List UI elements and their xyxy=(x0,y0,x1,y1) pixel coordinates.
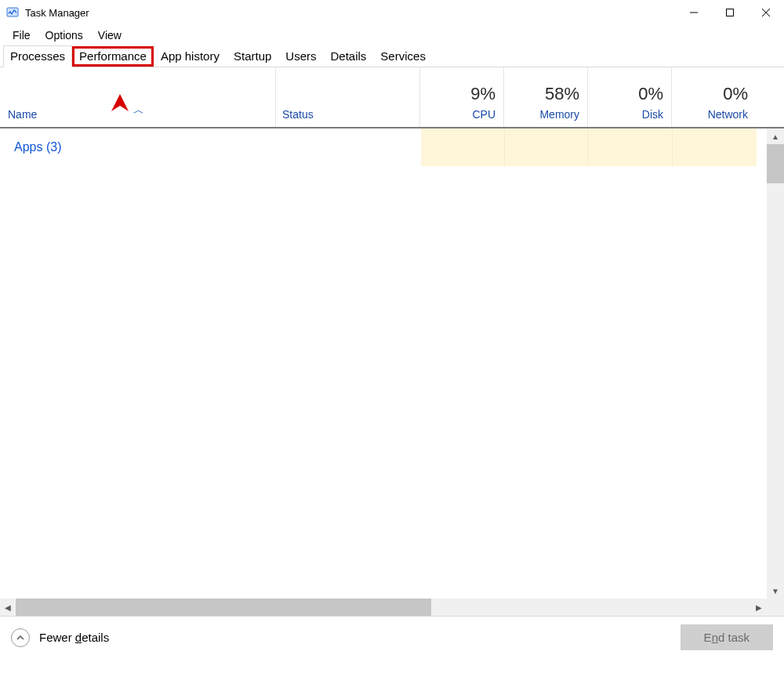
column-name-label: Name xyxy=(8,108,37,121)
disk-percent: 0% xyxy=(638,84,663,104)
maximize-button[interactable] xyxy=(712,0,748,25)
tab-app-history[interactable]: App history xyxy=(154,45,227,67)
fewer-details-toggle[interactable] xyxy=(11,628,30,647)
group-apps[interactable]: Apps (3) xyxy=(0,128,767,166)
process-list: Apps (3) ▲ ▼ ◀ ▶ xyxy=(0,128,784,616)
group-apps-network xyxy=(673,128,757,166)
tab-processes[interactable]: Processes xyxy=(3,45,72,67)
tab-users[interactable]: Users xyxy=(278,45,323,67)
scroll-down-icon[interactable]: ▼ xyxy=(767,583,784,599)
title-bar: Task Manager xyxy=(0,0,784,25)
column-memory[interactable]: 58% Memory xyxy=(504,67,588,127)
horizontal-scroll-thumb[interactable] xyxy=(16,599,431,616)
vertical-scroll-thumb[interactable] xyxy=(767,144,784,183)
column-status[interactable]: Status xyxy=(276,67,420,127)
memory-label: Memory xyxy=(539,108,579,121)
window-title: Task Manager xyxy=(25,7,89,19)
tab-startup[interactable]: Startup xyxy=(227,45,278,67)
menu-options[interactable]: Options xyxy=(39,27,89,43)
scroll-up-icon[interactable]: ▲ xyxy=(767,128,784,144)
column-network[interactable]: 0% Network xyxy=(672,67,756,127)
column-header-row: Name Status 9% CPU 58% Memory 0% Disk 0%… xyxy=(0,67,784,128)
minimize-button[interactable] xyxy=(676,0,712,25)
menu-view[interactable]: View xyxy=(92,27,128,43)
scroll-right-icon[interactable]: ▶ xyxy=(751,603,767,612)
menu-bar: File Options View xyxy=(0,25,784,45)
chevron-up-icon xyxy=(16,633,25,642)
column-cpu[interactable]: 9% CPU xyxy=(420,67,504,127)
svg-rect-2 xyxy=(727,9,734,16)
column-name[interactable]: Name xyxy=(0,67,276,127)
scroll-left-icon[interactable]: ◀ xyxy=(0,603,16,612)
memory-percent: 58% xyxy=(545,84,579,104)
tab-details[interactable]: Details xyxy=(324,45,374,67)
window-controls xyxy=(676,0,784,25)
end-task-button[interactable]: End task xyxy=(681,624,773,650)
tab-performance[interactable]: Performance xyxy=(72,46,154,67)
group-apps-disk xyxy=(589,128,673,166)
tabs-bar: Processes Performance App history Startu… xyxy=(0,45,784,67)
column-status-label: Status xyxy=(282,108,314,121)
collapse-chevron-icon[interactable]: ︿ xyxy=(133,103,144,118)
footer: Fewer details End task xyxy=(0,616,784,658)
task-manager-icon xyxy=(6,6,19,19)
close-button[interactable] xyxy=(748,0,784,25)
network-label: Network xyxy=(708,108,748,121)
scroll-corner xyxy=(767,599,784,616)
group-apps-cpu xyxy=(421,128,505,166)
network-percent: 0% xyxy=(723,84,748,104)
vertical-scrollbar[interactable]: ▲ ▼ xyxy=(767,128,784,599)
tab-services[interactable]: Services xyxy=(373,45,433,67)
group-apps-memory xyxy=(505,128,589,166)
column-disk[interactable]: 0% Disk xyxy=(588,67,672,127)
cpu-label: CPU xyxy=(472,108,495,121)
horizontal-scrollbar[interactable]: ◀ ▶ xyxy=(0,599,767,616)
menu-file[interactable]: File xyxy=(6,27,37,43)
group-apps-label: Apps (3) xyxy=(0,140,276,154)
disk-label: Disk xyxy=(642,108,663,121)
cpu-percent: 9% xyxy=(470,84,495,104)
fewer-details-label[interactable]: Fewer details xyxy=(39,631,109,644)
